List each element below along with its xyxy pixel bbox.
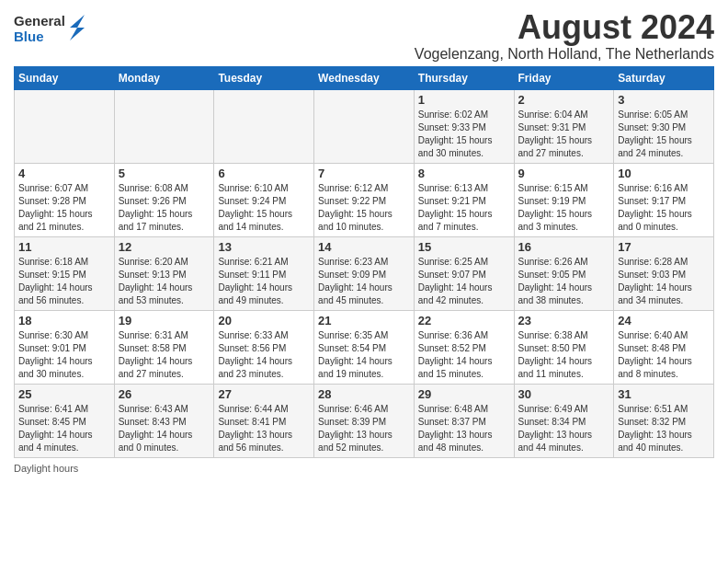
cell-info: Sunrise: 6:44 AMSunset: 8:41 PMDaylight:… [218, 404, 292, 453]
cell-info: Sunrise: 6:51 AMSunset: 8:32 PMDaylight:… [618, 404, 692, 453]
calendar-week-5: 25Sunrise: 6:41 AMSunset: 8:45 PMDayligh… [15, 384, 714, 457]
calendar-cell: 26Sunrise: 6:43 AMSunset: 8:43 PMDayligh… [114, 384, 214, 457]
calendar-cell: 9Sunrise: 6:15 AMSunset: 9:19 PMDaylight… [514, 163, 614, 236]
col-wednesday: Wednesday [314, 66, 415, 89]
cell-info: Sunrise: 6:35 AMSunset: 8:54 PMDaylight:… [318, 330, 392, 379]
calendar-cell: 16Sunrise: 6:26 AMSunset: 9:05 PMDayligh… [514, 236, 614, 310]
day-number: 11 [18, 240, 110, 254]
cell-info: Sunrise: 6:08 AMSunset: 9:26 PMDaylight:… [119, 183, 193, 232]
cell-info: Sunrise: 6:31 AMSunset: 8:58 PMDaylight:… [119, 330, 193, 379]
calendar-cell: 14Sunrise: 6:23 AMSunset: 9:09 PMDayligh… [314, 236, 415, 310]
cell-info: Sunrise: 6:10 AMSunset: 9:24 PMDaylight:… [218, 183, 292, 232]
calendar-cell: 8Sunrise: 6:13 AMSunset: 9:21 PMDaylight… [414, 163, 514, 236]
day-number: 17 [618, 240, 710, 254]
cell-info: Sunrise: 6:13 AMSunset: 9:21 PMDaylight:… [418, 183, 493, 232]
cell-info: Sunrise: 6:46 AMSunset: 8:39 PMDaylight:… [318, 404, 392, 453]
calendar-cell: 4Sunrise: 6:07 AMSunset: 9:28 PMDaylight… [15, 163, 115, 236]
day-number: 9 [518, 167, 610, 180]
day-number: 27 [218, 387, 310, 401]
calendar-cell: 21Sunrise: 6:35 AMSunset: 8:54 PMDayligh… [314, 310, 415, 384]
calendar-cell: 3Sunrise: 6:05 AMSunset: 9:30 PMDaylight… [614, 89, 714, 163]
day-number: 23 [518, 314, 610, 327]
day-number: 28 [318, 387, 410, 401]
day-number: 6 [218, 167, 310, 180]
calendar-week-2: 4Sunrise: 6:07 AMSunset: 9:28 PMDaylight… [15, 163, 714, 236]
calendar-cell: 15Sunrise: 6:25 AMSunset: 9:07 PMDayligh… [414, 236, 514, 310]
day-number: 5 [119, 167, 210, 180]
title-area: August 2024 Vogelenzang, North Holland, … [415, 9, 714, 63]
calendar-cell: 23Sunrise: 6:38 AMSunset: 8:50 PMDayligh… [514, 310, 614, 384]
day-number: 19 [119, 314, 210, 327]
calendar-cell [314, 89, 415, 163]
calendar-cell: 22Sunrise: 6:36 AMSunset: 8:52 PMDayligh… [414, 310, 514, 384]
calendar-cell: 17Sunrise: 6:28 AMSunset: 9:03 PMDayligh… [614, 236, 714, 310]
calendar-cell: 6Sunrise: 6:10 AMSunset: 9:24 PMDaylight… [214, 163, 314, 236]
cell-info: Sunrise: 6:48 AMSunset: 8:37 PMDaylight:… [418, 404, 493, 453]
day-number: 25 [18, 387, 110, 401]
cell-info: Sunrise: 6:04 AMSunset: 9:31 PMDaylight:… [518, 109, 593, 158]
col-friday: Friday [514, 66, 614, 89]
calendar-table: Sunday Monday Tuesday Wednesday Thursday… [14, 66, 714, 458]
calendar-cell: 7Sunrise: 6:12 AMSunset: 9:22 PMDaylight… [314, 163, 415, 236]
calendar-cell: 1Sunrise: 6:02 AMSunset: 9:33 PMDaylight… [414, 89, 514, 163]
cell-info: Sunrise: 6:30 AMSunset: 9:01 PMDaylight:… [18, 330, 93, 379]
header: General Blue August 2024 Vogelenzang, No… [14, 9, 714, 63]
calendar-cell: 2Sunrise: 6:04 AMSunset: 9:31 PMDaylight… [514, 89, 614, 163]
day-number: 20 [218, 314, 310, 327]
calendar-cell: 30Sunrise: 6:49 AMSunset: 8:34 PMDayligh… [514, 384, 614, 457]
calendar-cell: 19Sunrise: 6:31 AMSunset: 8:58 PMDayligh… [114, 310, 214, 384]
calendar-cell: 5Sunrise: 6:08 AMSunset: 9:26 PMDaylight… [114, 163, 214, 236]
cell-info: Sunrise: 6:05 AMSunset: 9:30 PMDaylight:… [618, 109, 692, 158]
day-number: 12 [119, 240, 210, 254]
calendar-cell: 31Sunrise: 6:51 AMSunset: 8:32 PMDayligh… [614, 384, 714, 457]
cell-info: Sunrise: 6:23 AMSunset: 9:09 PMDaylight:… [318, 257, 392, 305]
day-number: 30 [518, 387, 610, 401]
calendar-cell: 28Sunrise: 6:46 AMSunset: 8:39 PMDayligh… [314, 384, 415, 457]
day-number: 10 [618, 167, 710, 180]
cell-info: Sunrise: 6:12 AMSunset: 9:22 PMDaylight:… [318, 183, 392, 232]
col-saturday: Saturday [614, 66, 714, 89]
cell-info: Sunrise: 6:41 AMSunset: 8:45 PMDaylight:… [18, 404, 93, 453]
footer-note: Daylight hours [14, 463, 714, 474]
calendar-week-1: 1Sunrise: 6:02 AMSunset: 9:33 PMDaylight… [15, 89, 714, 163]
header-row: Sunday Monday Tuesday Wednesday Thursday… [15, 66, 714, 89]
location-title: Vogelenzang, North Holland, The Netherla… [415, 46, 714, 63]
calendar-cell: 12Sunrise: 6:20 AMSunset: 9:13 PMDayligh… [114, 236, 214, 310]
calendar-cell: 24Sunrise: 6:40 AMSunset: 8:48 PMDayligh… [614, 310, 714, 384]
col-sunday: Sunday [15, 66, 115, 89]
cell-info: Sunrise: 6:26 AMSunset: 9:05 PMDaylight:… [518, 257, 593, 305]
calendar-week-3: 11Sunrise: 6:18 AMSunset: 9:15 PMDayligh… [15, 236, 714, 310]
day-number: 14 [318, 240, 410, 254]
day-number: 31 [618, 387, 710, 401]
cell-info: Sunrise: 6:36 AMSunset: 8:52 PMDaylight:… [418, 330, 493, 379]
calendar-cell [214, 89, 314, 163]
day-number: 4 [18, 167, 110, 180]
month-title: August 2024 [415, 9, 714, 46]
calendar-cell: 27Sunrise: 6:44 AMSunset: 8:41 PMDayligh… [214, 384, 314, 457]
day-number: 13 [218, 240, 310, 254]
day-number: 1 [418, 93, 510, 107]
cell-info: Sunrise: 6:43 AMSunset: 8:43 PMDaylight:… [119, 404, 193, 453]
cell-info: Sunrise: 6:20 AMSunset: 9:13 PMDaylight:… [119, 257, 193, 305]
col-monday: Monday [114, 66, 214, 89]
day-number: 7 [318, 167, 410, 180]
logo-general: General [14, 14, 65, 29]
calendar-cell: 29Sunrise: 6:48 AMSunset: 8:37 PMDayligh… [414, 384, 514, 457]
day-number: 21 [318, 314, 410, 327]
logo-blue: Blue [14, 29, 65, 45]
day-number: 8 [418, 167, 510, 180]
svg-marker-0 [70, 15, 85, 40]
cell-info: Sunrise: 6:16 AMSunset: 9:17 PMDaylight:… [618, 183, 692, 232]
cell-info: Sunrise: 6:07 AMSunset: 9:28 PMDaylight:… [18, 183, 93, 232]
calendar-cell: 25Sunrise: 6:41 AMSunset: 8:45 PMDayligh… [15, 384, 115, 457]
day-number: 18 [18, 314, 110, 327]
cell-info: Sunrise: 6:49 AMSunset: 8:34 PMDaylight:… [518, 404, 593, 453]
cell-info: Sunrise: 6:15 AMSunset: 9:19 PMDaylight:… [518, 183, 593, 232]
calendar-cell [15, 89, 115, 163]
calendar-cell [114, 89, 214, 163]
day-number: 24 [618, 314, 710, 327]
cell-info: Sunrise: 6:28 AMSunset: 9:03 PMDaylight:… [618, 257, 692, 305]
cell-info: Sunrise: 6:38 AMSunset: 8:50 PMDaylight:… [518, 330, 593, 379]
day-number: 26 [119, 387, 210, 401]
cell-info: Sunrise: 6:33 AMSunset: 8:56 PMDaylight:… [218, 330, 292, 379]
